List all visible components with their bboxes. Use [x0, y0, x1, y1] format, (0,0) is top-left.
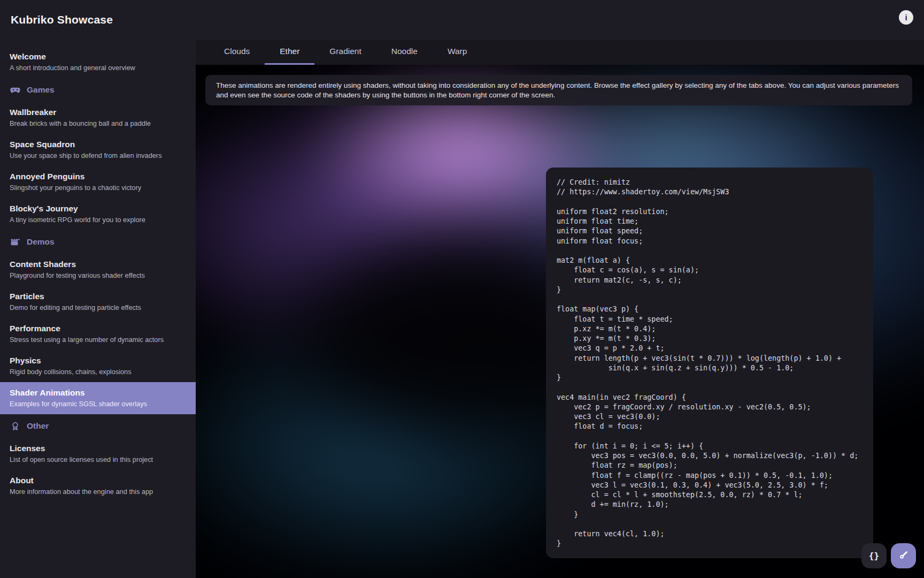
item-title: Blocky's Journey: [10, 203, 186, 214]
tab-ether[interactable]: Ether: [265, 40, 314, 65]
sidebar-item-welcome[interactable]: Welcome A short introduction and general…: [0, 46, 196, 78]
clapperboard-icon: [10, 237, 21, 248]
item-title: Space Squadron: [10, 139, 186, 150]
adjust-parameters-button[interactable]: [891, 543, 916, 568]
badge-icon: [10, 421, 21, 432]
item-description: Rigid body collisions, chains, explosion…: [10, 367, 186, 376]
sidebar-item-content-shaders[interactable]: Content Shaders Playground for testing v…: [0, 254, 196, 286]
item-description: More information about the engine and th…: [10, 487, 186, 496]
item-title: Shader Animations: [10, 387, 186, 398]
shader-source-code: // Credit: nimitz // https://www.shadert…: [557, 178, 863, 549]
item-title: Particles: [10, 291, 186, 302]
gamepad-icon: [10, 85, 21, 96]
sidebar-item-about[interactable]: About More information about the engine …: [0, 470, 196, 502]
item-description: Examples for dynamic SGSL shader overlay…: [10, 399, 186, 408]
paintbrush-icon: [898, 549, 910, 563]
item-description: Break bricks with a bouncing ball and a …: [10, 119, 186, 128]
sidebar-section-demos: Demos: [0, 230, 196, 254]
sidebar-item-shader-animations[interactable]: Shader Animations Examples for dynamic S…: [0, 382, 196, 414]
item-description: Slingshot your penguins to a chaotic vic…: [10, 183, 186, 192]
top-bar: Kubriko Showcase i: [0, 0, 924, 40]
code-braces-icon: {}: [869, 551, 879, 561]
item-description: Demo for editing and testing particle ef…: [10, 303, 186, 312]
tab-label: Clouds: [224, 47, 250, 56]
sidebar-item-performance[interactable]: Performance Stress test using a large nu…: [0, 318, 196, 350]
page-title: Kubriko Showcase: [11, 13, 113, 26]
sidebar-section-games: Games: [0, 78, 196, 102]
effect-description-panel: These animations are rendered entirely u…: [205, 75, 912, 105]
shader-code-panel: // Credit: nimitz // https://www.shadert…: [546, 168, 873, 558]
floating-action-buttons: {}: [861, 543, 916, 568]
item-title: Annoyed Penguins: [10, 171, 186, 182]
item-title: About: [10, 475, 186, 486]
sidebar: Welcome A short introduction and general…: [0, 40, 196, 578]
item-description: Use your space ship to defend from alien…: [10, 151, 186, 160]
item-title: Physics: [10, 355, 186, 366]
tab-label: Ether: [280, 47, 299, 56]
tab-label: Noodle: [391, 47, 418, 56]
item-title: Welcome: [10, 51, 186, 62]
section-label: Demos: [27, 237, 55, 247]
tab-label: Warp: [448, 47, 467, 56]
tab-label: Gradient: [329, 47, 361, 56]
main-content: Clouds Ether Gradient Noodle Warp These …: [196, 40, 924, 578]
sidebar-section-other: Other: [0, 414, 196, 438]
sidebar-item-particles[interactable]: Particles Demo for editing and testing p…: [0, 286, 196, 318]
item-title: Content Shaders: [10, 259, 186, 270]
sidebar-item-blockys-journey[interactable]: Blocky's Journey A tiny isometric RPG wo…: [0, 198, 196, 230]
item-title: Licenses: [10, 443, 186, 454]
effect-tab-bar: Clouds Ether Gradient Noodle Warp: [196, 40, 924, 65]
sidebar-item-space-squadron[interactable]: Space Squadron Use your space ship to de…: [0, 134, 196, 166]
sidebar-item-licenses[interactable]: Licenses List of open source licenses us…: [0, 438, 196, 470]
item-title: Wallbreaker: [10, 107, 186, 118]
sidebar-item-physics[interactable]: Physics Rigid body collisions, chains, e…: [0, 350, 196, 382]
info-button[interactable]: i: [899, 10, 913, 25]
tab-gradient[interactable]: Gradient: [314, 40, 376, 65]
tab-noodle[interactable]: Noodle: [376, 40, 433, 65]
item-description: A short introduction and general overvie…: [10, 63, 186, 72]
tab-warp[interactable]: Warp: [433, 40, 482, 65]
item-description: A tiny isometric RPG world for you to ex…: [10, 215, 186, 224]
tab-clouds[interactable]: Clouds: [209, 40, 265, 65]
item-description: List of open source licenses used in thi…: [10, 455, 186, 464]
sidebar-item-annoyed-penguins[interactable]: Annoyed Penguins Slingshot your penguins…: [0, 166, 196, 198]
sidebar-item-wallbreaker[interactable]: Wallbreaker Break bricks with a bouncing…: [0, 102, 196, 134]
section-label: Games: [27, 85, 55, 95]
item-description: Stress test using a large number of dyna…: [10, 335, 186, 344]
item-title: Performance: [10, 323, 186, 334]
section-label: Other: [27, 421, 49, 431]
info-icon: i: [905, 13, 907, 22]
effect-description-text: These animations are rendered entirely u…: [216, 81, 899, 99]
item-description: Playground for testing various shader ef…: [10, 271, 186, 280]
toggle-code-button[interactable]: {}: [861, 543, 887, 568]
